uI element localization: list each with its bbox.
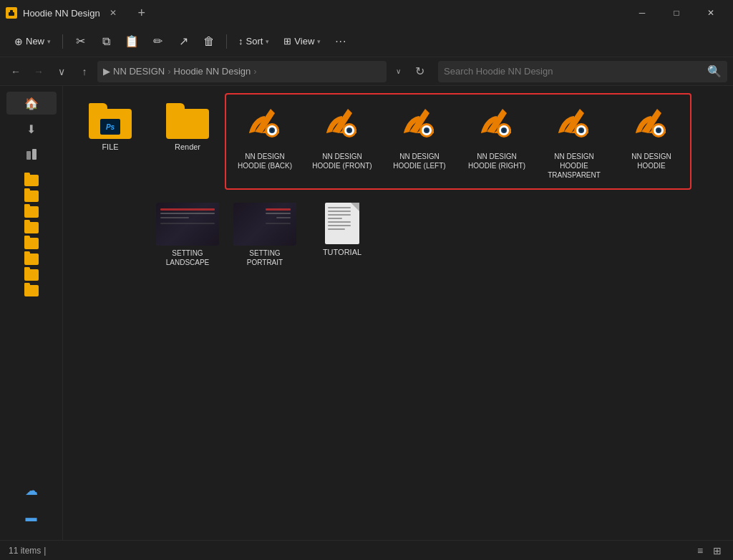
sort-button[interactable]: ↕ Sort ▾ (233, 32, 275, 50)
title-bar-left: Hoodie NN Design ✕ + (6, 3, 152, 23)
address-sep1: › (168, 66, 170, 77)
copy-button[interactable]: ⧉ (94, 30, 117, 53)
sidebar-item-cloud[interactable]: ☁ (6, 478, 57, 503)
file-item-blender-right[interactable]: NN DESIGNHOODIE (RIGHT) (461, 97, 533, 185)
svg-point-19 (503, 129, 505, 132)
sidebar-item-files[interactable] (6, 143, 57, 166)
address-chevron-button[interactable]: ∨ (389, 63, 407, 80)
sidebar-folder-2[interactable] (24, 190, 39, 202)
file-label-transparent: NN DESIGNHOODIETRANSPARENT (548, 152, 601, 180)
address-path1: NN DESIGN (113, 66, 165, 77)
view-button[interactable]: ⊞ View ▾ (278, 32, 326, 50)
sidebar-folder-6[interactable] (24, 254, 39, 265)
cut-button[interactable]: ✂ (69, 30, 92, 53)
status-bar: 11 items | ≡ ⊞ (0, 540, 733, 560)
file-item-blender-left[interactable]: NN DESIGNHOODIE (LEFT) (384, 97, 455, 185)
sidebar-folder-1[interactable] (24, 175, 39, 186)
file-item-render-folder[interactable]: Render (152, 97, 223, 185)
view-icon: ⊞ (283, 36, 291, 47)
sidebar-item-terminal[interactable]: ▬ (6, 507, 57, 528)
share-button[interactable]: ↗ (172, 30, 195, 53)
status-separator: | (44, 546, 46, 556)
blender-icon-back (242, 103, 288, 149)
file-item-label-render: Render (175, 142, 200, 152)
sidebar-item-download[interactable]: ⬇ (6, 117, 57, 140)
file-item-label-file: FILE (102, 142, 118, 152)
forward-button[interactable]: → (29, 62, 49, 82)
close-button[interactable]: ✕ (694, 1, 727, 24)
thumb-landscape-icon (156, 203, 219, 246)
file-item-setting-portrait[interactable]: SETTING PORTRAIT (229, 197, 301, 273)
item-count: 11 items (9, 546, 41, 556)
more-button[interactable]: ··· (329, 30, 352, 53)
list-view-button[interactable]: ≡ (693, 544, 707, 558)
delete-button[interactable]: 🗑 (198, 30, 220, 53)
file-label-landscape: SETTING LANDSCAPE (166, 248, 210, 267)
address-bar[interactable]: ▶ NN DESIGN › Hoodie NN Design › (97, 61, 387, 82)
sort-chevron-icon: ▾ (266, 38, 269, 45)
file-label-hoodie: NN DESIGNHOODIE (631, 152, 671, 170)
address-bar-row: ← → ∨ ↑ ▶ NN DESIGN › Hoodie NN Design ›… (0, 57, 733, 86)
toolbar: ⊕ New ▾ ✂ ⧉ 📋 ✏ ↗ 🗑 ↕ Sort ▾ ⊞ View ▾ ··… (0, 26, 733, 57)
view-chevron-icon: ▾ (317, 38, 321, 45)
sidebar-folder-5[interactable] (24, 238, 39, 249)
cloud-icon: ☁ (25, 483, 38, 498)
new-button[interactable]: ⊕ New ▾ (9, 32, 57, 51)
folder-ps-icon: Ps (89, 103, 132, 139)
file-item-blender-front[interactable]: NN DESIGNHOODIE (FRONT) (306, 97, 378, 185)
file-item-file-folder[interactable]: Ps FILE (74, 97, 146, 185)
svg-rect-3 (32, 149, 37, 160)
content-area: Ps FILE Render (63, 86, 733, 540)
file-label-left: NN DESIGNHOODIE (LEFT) (393, 152, 445, 170)
sidebar-folder-4[interactable] (24, 222, 39, 233)
blender-icon-transparent (551, 103, 597, 149)
new-label: New (26, 36, 44, 47)
file-item-blender-hoodie[interactable]: NN DESIGNHOODIE (616, 97, 687, 185)
svg-rect-2 (26, 151, 31, 160)
sidebar-folder-3[interactable] (24, 206, 39, 218)
file-label-portrait: SETTING PORTRAIT (247, 248, 283, 267)
search-input[interactable] (444, 66, 703, 77)
paste-button[interactable]: 📋 (120, 30, 143, 53)
file-label-right: NN DESIGNHOODIE (RIGHT) (468, 152, 525, 170)
tab-close-button[interactable]: ✕ (106, 6, 120, 20)
folder-render-icon (166, 103, 209, 139)
files-icon (24, 148, 39, 162)
new-icon: ⊕ (14, 36, 23, 47)
window-title: Hoodie NN Design (23, 8, 100, 19)
sidebar-item-home[interactable]: 🏠 (6, 92, 57, 115)
window-icon (6, 7, 17, 19)
file-item-setting-landscape[interactable]: SETTING LANDSCAPE (152, 197, 223, 273)
file-label-back: NN DESIGNHOODIE (BACK) (238, 152, 292, 170)
blender-icon-front (319, 103, 365, 149)
file-label-front: NN DESIGNHOODIE (FRONT) (312, 152, 372, 170)
file-label-tutorial: TUTORIAL (323, 247, 361, 257)
svg-point-23 (580, 129, 583, 132)
rename-button[interactable]: ✏ (146, 30, 169, 53)
sidebar-folder-7[interactable] (24, 269, 39, 281)
maximize-button[interactable]: □ (660, 1, 693, 24)
thumb-portrait-icon (233, 203, 296, 246)
title-bar: Hoodie NN Design ✕ + ─ □ ✕ (0, 0, 733, 26)
main-layout: 🏠 ⬇ ☁ (0, 86, 733, 540)
minimize-button[interactable]: ─ (626, 1, 659, 24)
sidebar-folder-8[interactable] (24, 285, 39, 296)
file-item-tutorial[interactable]: TUTORIAL (306, 197, 378, 273)
blender-icon-hoodie (628, 103, 674, 149)
search-bar[interactable]: 🔍 (438, 61, 727, 82)
status-right: ≡ ⊞ (693, 544, 724, 558)
back-button[interactable]: ← (6, 62, 26, 82)
left-sidebar: 🏠 ⬇ ☁ (0, 86, 63, 540)
address-icon: ▶ (103, 66, 110, 77)
file-item-blender-back[interactable]: NN DESIGNHOODIE (BACK) (229, 97, 301, 185)
grid-view-button[interactable]: ⊞ (710, 544, 724, 558)
refresh-button[interactable]: ↻ (409, 62, 429, 82)
expand-button[interactable]: ∨ (52, 62, 72, 82)
search-icon: 🔍 (707, 64, 722, 78)
up-button[interactable]: ↑ (74, 62, 94, 82)
file-item-blender-transparent[interactable]: NN DESIGNHOODIETRANSPARENT (538, 97, 610, 185)
svg-point-7 (271, 129, 273, 132)
tab-add-button[interactable]: + (132, 3, 152, 23)
sort-label: Sort (246, 36, 263, 47)
top-row: Ps FILE Render (74, 97, 722, 185)
